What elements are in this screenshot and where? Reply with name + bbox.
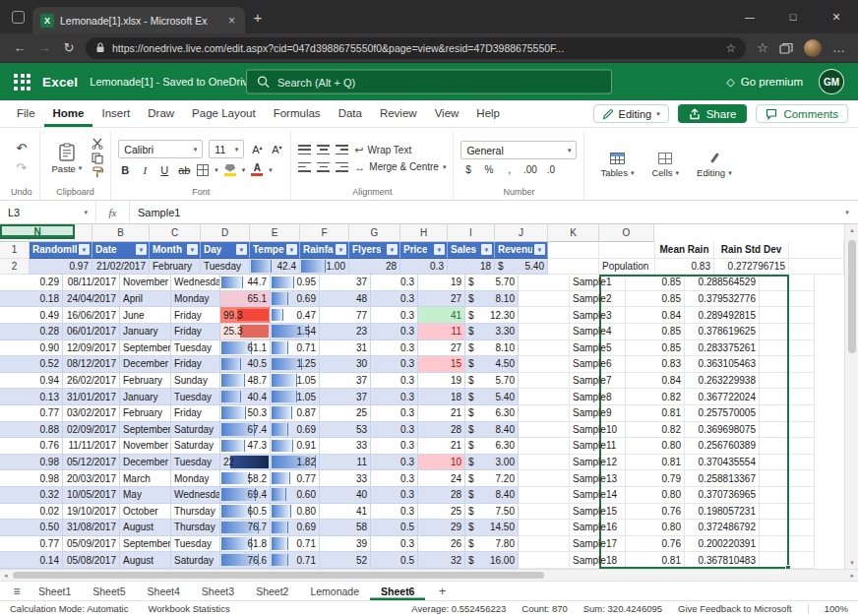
cell-J18[interactable]: $14.50 — [465, 520, 519, 536]
cell-L8[interactable]: Sample6 — [570, 356, 626, 373]
cell-C12[interactable]: September — [120, 422, 171, 439]
cell-A14[interactable]: 0.98 — [0, 455, 63, 471]
cell-F7[interactable]: 0.71 — [271, 340, 320, 357]
cell-N18[interactable]: 0.372486792 — [685, 520, 760, 536]
cell-D6[interactable]: Friday — [171, 324, 220, 340]
cell-E11[interactable]: 50.3 — [220, 405, 271, 422]
cell-N7[interactable]: 0.283375261 — [685, 340, 760, 357]
cell-L11[interactable]: Sample9 — [570, 405, 626, 422]
cell-N9[interactable]: 0.263229938 — [685, 373, 760, 390]
cell-O10[interactable] — [760, 389, 815, 405]
column-header-I[interactable]: I — [448, 224, 495, 242]
cell-H18[interactable]: 0.5 — [371, 520, 418, 536]
cell-I18[interactable]: 29 — [418, 520, 465, 536]
cell-I2[interactable]: 18 — [448, 259, 495, 276]
sheet-tab-sheet3[interactable]: Sheet3 — [191, 582, 245, 600]
cell-G9[interactable]: 37 — [320, 373, 371, 390]
cell-H20[interactable]: 0.5 — [371, 552, 418, 569]
cell-K19[interactable] — [519, 536, 570, 553]
cell-F18[interactable]: 0.69 — [271, 520, 320, 536]
cell-L16[interactable]: Sample14 — [570, 487, 626, 504]
cell-J6[interactable]: $3.30 — [465, 324, 519, 340]
cell-O19[interactable] — [760, 536, 815, 553]
cell-O3[interactable] — [760, 275, 815, 291]
cell-C11[interactable]: February — [120, 405, 171, 422]
cell-K17[interactable] — [519, 504, 570, 521]
cell-D7[interactable]: Tuesday — [171, 340, 220, 357]
favorites-icon[interactable]: ☆ — [757, 40, 768, 55]
browser-tab[interactable]: X Lemonade[1].xlsx - Microsoft Ex × — [32, 7, 245, 33]
borders-icon[interactable] — [197, 164, 209, 176]
cell-L14[interactable]: Sample12 — [570, 455, 626, 471]
format-painter-icon[interactable] — [92, 166, 103, 178]
cell-N8[interactable]: 0.363105463 — [685, 356, 760, 373]
cell-A19[interactable]: 0.77 — [0, 536, 63, 553]
cell-C17[interactable]: October — [120, 504, 171, 521]
row-header-2[interactable]: 2 — [0, 259, 30, 276]
cell-M3[interactable]: 0.85 — [626, 275, 685, 291]
cell-N17[interactable]: 0.198057231 — [685, 504, 760, 521]
cell-F8[interactable]: 1.25 — [271, 356, 320, 373]
cell-G20[interactable]: 52 — [320, 552, 371, 569]
filter-button-B[interactable]: ▾ — [136, 244, 147, 255]
cell-D2[interactable]: Tuesday — [201, 259, 250, 276]
app-name[interactable]: Excel — [42, 75, 78, 90]
all-sheets-menu-icon[interactable]: ≡ — [6, 585, 28, 598]
cell-F16[interactable]: 0.60 — [271, 487, 320, 504]
cell-M12[interactable]: 0.82 — [626, 422, 685, 439]
cell-F6[interactable]: 1.54 — [271, 324, 320, 340]
cell-C9[interactable]: February — [120, 373, 171, 390]
cell-F1[interactable]: Rainfall▾ — [300, 242, 349, 259]
cell-D8[interactable]: Friday — [171, 356, 220, 373]
cell-I13[interactable]: 21 — [418, 438, 465, 455]
increase-decimal-button[interactable]: .00 — [522, 164, 537, 175]
cell-D19[interactable]: Tuesday — [171, 536, 220, 553]
url-bar[interactable]: https://onedrive.live.com/edit.aspx?cid=… — [86, 37, 746, 59]
filter-button-H[interactable]: ▾ — [434, 244, 445, 255]
forward-icon[interactable]: → — [36, 40, 52, 55]
cell-O13[interactable] — [760, 438, 815, 455]
column-header-E[interactable]: E — [250, 224, 300, 242]
cell-B19[interactable]: 05/09/2017 — [63, 536, 120, 553]
number-format-select[interactable]: General▾ — [460, 141, 577, 159]
italic-button[interactable]: I — [138, 164, 152, 176]
cell-M5[interactable]: 0.84 — [626, 307, 685, 324]
cut-icon[interactable] — [92, 138, 103, 150]
cell-B9[interactable]: 26/02/2017 — [63, 373, 120, 390]
cell-L5[interactable]: Sample3 — [570, 307, 626, 324]
filter-button-J[interactable]: ▾ — [534, 244, 545, 255]
cell-A20[interactable]: 0.14 — [0, 552, 63, 569]
cell-O6[interactable] — [760, 324, 815, 340]
tables-menu-button[interactable]: Tables▾ — [591, 131, 643, 200]
cell-A4[interactable]: 0.18 — [0, 291, 63, 308]
cell-M6[interactable]: 0.85 — [626, 324, 685, 340]
browser-menu-icon[interactable]: … — [832, 40, 846, 55]
column-header-B[interactable]: B — [92, 224, 150, 242]
cell-B4[interactable]: 24/04/2017 — [63, 291, 120, 308]
ribbon-tab-file[interactable]: File — [8, 100, 44, 127]
cell-J8[interactable]: $4.50 — [465, 356, 519, 373]
cell-G12[interactable]: 53 — [320, 422, 371, 439]
cell-G15[interactable]: 33 — [320, 470, 371, 487]
ribbon-tab-home[interactable]: Home — [44, 100, 93, 127]
cell-M10[interactable]: 0.82 — [626, 389, 685, 405]
cell-D5[interactable]: Friday — [171, 307, 220, 324]
cell-A6[interactable]: 0.28 — [0, 324, 63, 340]
editing-mode-button[interactable]: Editing ▾ — [593, 104, 669, 123]
maximize-button[interactable]: □ — [771, 0, 815, 33]
cell-G2[interactable]: 28 — [349, 259, 400, 276]
decrease-decimal-button[interactable]: .0 — [543, 164, 558, 175]
cell-M13[interactable]: 0.80 — [626, 438, 685, 455]
cell-I15[interactable]: 24 — [418, 470, 465, 487]
cell-L10[interactable]: Sample8 — [570, 389, 626, 405]
cell-G13[interactable]: 33 — [320, 438, 371, 455]
cell-J15[interactable]: $7.20 — [465, 470, 519, 487]
ribbon-tab-review[interactable]: Review — [371, 100, 426, 127]
vertical-scrollbar[interactable]: ▴▾ — [844, 224, 858, 569]
cell-C13[interactable]: November — [120, 438, 171, 455]
cell-A7[interactable]: 0.90 — [0, 340, 63, 357]
cell-O4[interactable] — [760, 291, 815, 308]
merge-centre-button[interactable]: ↔Merge & Centre▾ — [354, 161, 446, 173]
formula-bar-expand-icon[interactable]: ▾ — [836, 201, 858, 223]
cell-N10[interactable]: 0.367722024 — [685, 389, 760, 405]
